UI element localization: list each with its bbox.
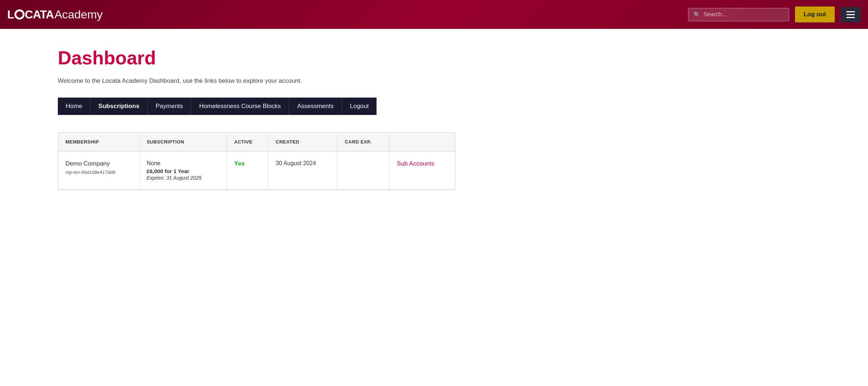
tab-logout[interactable]: Logout: [342, 98, 377, 115]
header-right: 🔍 Log out: [688, 7, 861, 22]
sub-accounts-link[interactable]: Sub Accounts: [397, 160, 434, 167]
tab-subscriptions[interactable]: Subscriptions: [90, 98, 147, 115]
col-card-exp: CARD EXP.: [338, 133, 390, 151]
membership-name: Demo Company: [65, 160, 132, 167]
menu-line-3: [846, 17, 855, 18]
table-row: Demo Company mp-txn-66d1d8e417dd9 None £…: [58, 151, 455, 190]
menu-line-2: [846, 14, 855, 15]
col-created: CREATED: [268, 133, 338, 151]
welcome-text: Welcome to the Locata Academy Dashboard,…: [58, 77, 810, 85]
logo-o-icon: [14, 9, 25, 20]
page-title: Dashboard: [58, 47, 810, 69]
membership-id: mp-txn-66d1d8e417dd9: [65, 170, 132, 175]
header: LCATA Academy 🔍 Log out: [0, 0, 868, 29]
table-header-row: MEMBERSHIP SUBSCRIPTION ACTIVE CREATED C…: [58, 133, 455, 151]
active-status: Yes: [234, 160, 245, 167]
col-active: ACTIVE: [227, 133, 268, 151]
col-subscription: SUBSCRIPTION: [139, 133, 227, 151]
subscriptions-table: MEMBERSHIP SUBSCRIPTION ACTIVE CREATED C…: [58, 132, 455, 190]
logo-locata-text: LCATA: [7, 8, 54, 21]
tab-assessments[interactable]: Assessments: [289, 98, 342, 115]
search-icon: 🔍: [693, 11, 701, 18]
cell-active: Yes: [227, 151, 268, 190]
tab-payments[interactable]: Payments: [148, 98, 192, 115]
menu-button[interactable]: [841, 7, 861, 22]
cell-card-exp: [338, 151, 390, 190]
subscription-expires: Expires: 31 August 2025: [147, 175, 219, 181]
col-membership: MEMBERSHIP: [58, 133, 139, 151]
subscription-price: £6,000 for 1 Year: [147, 168, 219, 174]
cell-created: 30 August 2024: [268, 151, 338, 190]
logout-button[interactable]: Log out: [795, 7, 835, 22]
logo: LCATA Academy: [7, 8, 103, 21]
tab-home[interactable]: Home: [58, 98, 90, 115]
tab-homelessness-course-blocks[interactable]: Homelessness Course Blocks: [191, 98, 289, 115]
logo-academy-text: Academy: [55, 8, 103, 21]
cell-actions: Sub Accounts: [390, 151, 455, 190]
main-content: Dashboard Welcome to the Locata Academy …: [0, 29, 868, 208]
cell-subscription: None £6,000 for 1 Year Expires: 31 Augus…: [139, 151, 227, 190]
col-actions: [390, 133, 455, 151]
menu-line-1: [846, 11, 855, 12]
cell-membership: Demo Company mp-txn-66d1d8e417dd9: [58, 151, 139, 190]
subscription-none: None: [147, 160, 219, 167]
search-input[interactable]: [704, 11, 784, 18]
search-box[interactable]: 🔍: [688, 8, 789, 21]
nav-tabs: Home Subscriptions Payments Homelessness…: [58, 98, 810, 115]
